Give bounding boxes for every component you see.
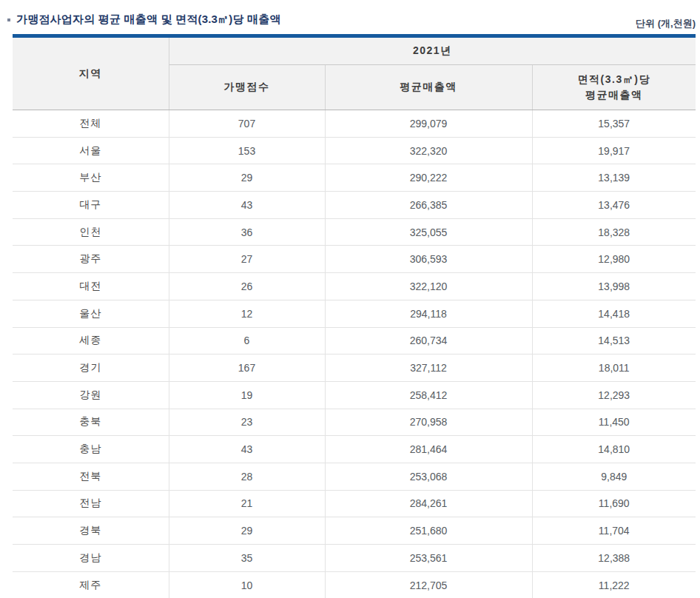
per-area-sales-cell: 13,476 xyxy=(532,192,696,219)
store-count-cell: 26 xyxy=(169,273,325,300)
table-header-year: 2021년 xyxy=(169,36,696,65)
table-row: 경북 29 251,680 11,704 xyxy=(13,517,696,545)
avg-sales-cell: 322,120 xyxy=(325,273,532,300)
per-area-header-line2: 평균매출액 xyxy=(533,87,696,103)
per-area-sales-cell: 14,513 xyxy=(532,327,696,355)
store-count-cell: 35 xyxy=(169,545,325,572)
avg-sales-cell: 281,464 xyxy=(325,436,532,463)
region-cell: 대전 xyxy=(13,273,169,300)
table-row: 충남 43 281,464 14,810 xyxy=(13,436,696,463)
store-count-cell: 23 xyxy=(169,409,325,436)
table-row: 대전 26 322,120 13,998 xyxy=(13,273,696,300)
table-header-per-area-sales: 면적(3.3㎡)당 평균매출액 xyxy=(532,65,696,110)
store-count-cell: 43 xyxy=(169,192,325,219)
table-row: 광주 27 306,593 12,980 xyxy=(13,246,696,273)
per-area-sales-cell: 11,690 xyxy=(532,490,696,517)
per-area-sales-cell: 13,139 xyxy=(532,164,696,192)
region-cell: 부산 xyxy=(13,164,169,192)
store-count-cell: 27 xyxy=(169,246,325,273)
table-row: 경남 35 253,561 12,388 xyxy=(13,545,696,572)
table-row: 세종 6 260,734 14,513 xyxy=(13,327,696,355)
per-area-sales-cell: 18,011 xyxy=(532,355,696,382)
avg-sales-cell: 290,222 xyxy=(325,164,532,192)
table-row: 제주 10 212,705 11,222 xyxy=(13,571,696,598)
store-count-cell: 153 xyxy=(169,137,325,164)
avg-sales-cell: 253,068 xyxy=(325,463,532,490)
table-row: 경기 167 327,112 18,011 xyxy=(13,355,696,382)
per-area-sales-cell: 11,222 xyxy=(532,571,696,598)
store-count-cell: 707 xyxy=(169,110,325,138)
page-title: 가맹점사업자의 평균 매출액 및 면적(3.3㎡)당 매출액 xyxy=(16,13,281,27)
store-count-cell: 29 xyxy=(169,164,325,192)
region-cell: 대구 xyxy=(13,192,169,219)
store-count-cell: 21 xyxy=(169,490,325,517)
avg-sales-cell: 260,734 xyxy=(325,327,532,355)
store-count-cell: 28 xyxy=(169,463,325,490)
avg-sales-cell: 322,320 xyxy=(325,137,532,164)
per-area-sales-cell: 19,917 xyxy=(532,137,696,164)
table-row: 충북 23 270,958 11,450 xyxy=(13,409,696,436)
store-count-cell: 43 xyxy=(169,436,325,463)
avg-sales-cell: 253,561 xyxy=(325,545,532,572)
region-cell: 광주 xyxy=(13,246,169,273)
regional-sales-table: 지역 2021년 가맹점수 평균매출액 면적(3.3㎡)당 평균매출액 전체 7… xyxy=(13,34,696,598)
region-cell: 세종 xyxy=(13,327,169,355)
region-cell: 전북 xyxy=(13,463,169,490)
title-wrap: 가맹점사업자의 평균 매출액 및 면적(3.3㎡)당 매출액 xyxy=(7,13,281,27)
region-cell: 제주 xyxy=(13,571,169,598)
store-count-cell: 167 xyxy=(169,355,325,382)
table-row: 전북 28 253,068 9,849 xyxy=(13,463,696,490)
per-area-sales-cell: 13,998 xyxy=(532,273,696,300)
table-row: 대구 43 266,385 13,476 xyxy=(13,192,696,219)
region-cell: 강원 xyxy=(13,381,169,409)
table-row: 전남 21 284,261 11,690 xyxy=(13,490,696,517)
per-area-sales-cell: 18,328 xyxy=(532,218,696,246)
store-count-cell: 29 xyxy=(169,517,325,545)
page: 가맹점사업자의 평균 매출액 및 면적(3.3㎡)당 매출액 단위 (개,천원)… xyxy=(0,0,700,598)
avg-sales-cell: 306,593 xyxy=(325,246,532,273)
avg-sales-cell: 266,385 xyxy=(325,192,532,219)
table-body: 전체 707 299,079 15,357 서울 153 322,320 19,… xyxy=(13,110,696,598)
per-area-sales-cell: 11,450 xyxy=(532,409,696,436)
store-count-cell: 36 xyxy=(169,218,325,246)
region-cell: 전체 xyxy=(13,110,169,138)
region-cell: 인천 xyxy=(13,218,169,246)
unit-label: 단위 (개,천원) xyxy=(636,17,696,30)
per-area-sales-cell: 11,704 xyxy=(532,517,696,545)
bullet-square-icon xyxy=(7,19,10,21)
region-cell: 경남 xyxy=(13,545,169,572)
table-row: 부산 29 290,222 13,139 xyxy=(13,164,696,192)
avg-sales-cell: 212,705 xyxy=(325,571,532,598)
table-header-avg-sales: 평균매출액 xyxy=(325,65,532,110)
avg-sales-cell: 325,055 xyxy=(325,218,532,246)
table-row: 서울 153 322,320 19,917 xyxy=(13,137,696,164)
table-row: 인천 36 325,055 18,328 xyxy=(13,218,696,246)
avg-sales-cell: 327,112 xyxy=(325,355,532,382)
store-count-cell: 10 xyxy=(169,571,325,598)
per-area-sales-cell: 15,357 xyxy=(532,110,696,138)
avg-sales-cell: 294,118 xyxy=(325,300,532,327)
avg-sales-cell: 270,958 xyxy=(325,409,532,436)
per-area-sales-cell: 12,980 xyxy=(532,246,696,273)
region-cell: 경북 xyxy=(13,517,169,545)
region-cell: 경기 xyxy=(13,355,169,382)
table-header-region: 지역 xyxy=(13,36,169,110)
table-header-store-count: 가맹점수 xyxy=(169,65,325,110)
per-area-sales-cell: 12,293 xyxy=(532,381,696,409)
per-area-sales-cell: 14,810 xyxy=(532,436,696,463)
store-count-cell: 12 xyxy=(169,300,325,327)
region-cell: 서울 xyxy=(13,137,169,164)
per-area-header-line1: 면적(3.3㎡)당 xyxy=(533,72,696,87)
region-cell: 충남 xyxy=(13,436,169,463)
avg-sales-cell: 299,079 xyxy=(325,110,532,138)
table-row: 전체 707 299,079 15,357 xyxy=(13,110,696,138)
per-area-sales-cell: 9,849 xyxy=(532,463,696,490)
table-row: 강원 19 258,412 12,293 xyxy=(13,381,696,409)
table-header: 지역 2021년 가맹점수 평균매출액 면적(3.3㎡)당 평균매출액 xyxy=(13,36,696,110)
region-cell: 전남 xyxy=(13,490,169,517)
store-count-cell: 6 xyxy=(169,327,325,355)
avg-sales-cell: 251,680 xyxy=(325,517,532,545)
table-row: 울산 12 294,118 14,418 xyxy=(13,300,696,327)
per-area-sales-cell: 14,418 xyxy=(532,300,696,327)
region-cell: 울산 xyxy=(13,300,169,327)
